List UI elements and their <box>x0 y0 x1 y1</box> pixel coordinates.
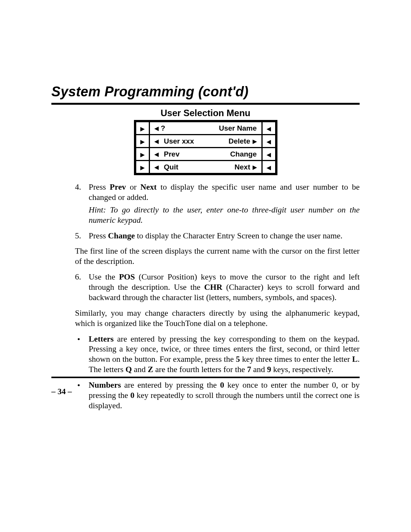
lcd-right-button[interactable]: ◀ <box>262 122 276 135</box>
text: or <box>126 182 140 192</box>
paragraph: Similarly, you may change characters dir… <box>75 308 360 329</box>
lcd-mid-cell: ◀QuitNext▶ <box>149 161 262 174</box>
bullet-numbers: Numbers are entered by pressing the 0 ke… <box>75 380 360 411</box>
bold-z: Z <box>148 365 153 374</box>
bullet-letters: Letters are entered by pressing the key … <box>75 334 360 375</box>
text: Press <box>89 231 108 240</box>
lcd-panel: ▶◀?User Name◀▶◀User xxxDelete▶◀▶◀PrevCha… <box>134 120 277 175</box>
lcd-right-label: User Name <box>219 124 256 133</box>
lcd-left-label: Quit <box>164 163 178 171</box>
bold-change: Change <box>108 231 135 240</box>
lcd-row: ▶◀QuitNext▶◀ <box>135 161 276 174</box>
text: keys, respectively. <box>271 365 333 374</box>
bold-5: 5 <box>236 355 240 364</box>
page-heading: System Programming (cont'd) <box>51 84 360 105</box>
text: Press <box>89 182 110 192</box>
lcd-mid-cell: ◀?User Name <box>149 122 262 135</box>
text: key three times to enter the letter <box>240 355 352 364</box>
right-triangle-icon: ▶ <box>140 165 145 171</box>
hint-text: Hint: To go directly to the user, enter … <box>89 205 360 225</box>
lcd-row: ▶◀User xxxDelete▶◀ <box>135 135 276 148</box>
text: are the fourth letters for the <box>153 365 247 374</box>
bold-prev: Prev <box>110 182 126 192</box>
lcd-left-button[interactable]: ▶ <box>135 161 149 174</box>
lcd-right-label: Delete <box>228 137 250 145</box>
text: to display the Character Entry Screen to… <box>135 231 342 240</box>
lcd-left-label: Prev <box>164 150 180 158</box>
text: are entered by pressing the <box>121 380 220 390</box>
left-triangle-icon: ◀ <box>267 126 271 132</box>
step-number: 5. <box>75 231 81 241</box>
right-triangle-icon: ▶ <box>253 139 257 144</box>
lcd-left-button[interactable]: ▶ <box>135 135 149 148</box>
bold-9: 9 <box>267 365 271 374</box>
user-selection-menu: User Selection Menu ▶◀?User Name◀▶◀User … <box>51 108 360 177</box>
bold-0: 0 <box>130 391 134 400</box>
left-triangle-icon: ◀ <box>155 152 159 157</box>
text: Use the <box>89 272 119 281</box>
bold-numbers: Numbers <box>89 380 121 390</box>
step-number: 4. <box>75 182 81 192</box>
lcd-left-label: User xxx <box>164 137 194 145</box>
lcd-mid-cell: ◀User xxxDelete▶ <box>149 135 262 148</box>
left-triangle-icon: ◀ <box>155 139 159 144</box>
step-number: 6. <box>75 272 81 282</box>
text: and <box>251 365 267 374</box>
left-triangle-icon: ◀ <box>267 165 271 171</box>
bold-chr: CHR <box>204 283 223 292</box>
right-triangle-icon: ▶ <box>140 126 145 132</box>
left-triangle-icon: ◀ <box>267 139 271 145</box>
bold-7: 7 <box>247 365 251 374</box>
lcd-right-button[interactable]: ◀ <box>262 161 276 174</box>
bold-l: L <box>352 355 357 364</box>
lcd-right-label: Change <box>230 150 257 158</box>
page: System Programming (cont'd) User Selecti… <box>0 0 411 532</box>
lcd-right-button[interactable]: ◀ <box>262 135 276 148</box>
lcd-table: ▶◀?User Name◀▶◀User xxxDelete▶◀▶◀PrevCha… <box>135 121 276 174</box>
lcd-row: ▶◀PrevChange◀ <box>135 148 276 161</box>
lcd-right-label: Next <box>234 163 250 171</box>
lcd-left-button[interactable]: ▶ <box>135 122 149 135</box>
step-6: 6. Use the POS (Cursor Position) keys to… <box>75 272 360 303</box>
text: and <box>132 365 148 374</box>
bold-next: Next <box>140 182 157 192</box>
bold-q: Q <box>126 365 132 374</box>
lcd-row: ▶◀?User Name◀ <box>135 122 276 135</box>
left-triangle-icon: ◀ <box>267 152 271 158</box>
paragraph: The first line of the screen displays th… <box>75 246 360 267</box>
bold-pos: POS <box>119 272 135 281</box>
lcd-right-button[interactable]: ◀ <box>262 148 276 161</box>
lcd-left-button[interactable]: ▶ <box>135 148 149 161</box>
menu-title: User Selection Menu <box>51 108 360 118</box>
step-4: 4. Press Prev or Next to display the spe… <box>75 182 360 225</box>
right-triangle-icon: ▶ <box>140 139 145 145</box>
right-triangle-icon: ▶ <box>140 152 145 158</box>
bottom-rule <box>51 377 360 378</box>
step-5: 5. Press Change to display the Character… <box>75 231 360 241</box>
bold-0: 0 <box>220 380 224 390</box>
bold-letters: Letters <box>89 334 114 343</box>
lcd-question: ? <box>161 124 166 133</box>
page-number: – 34 – <box>51 387 72 396</box>
lcd-mid-cell: ◀PrevChange <box>149 148 262 161</box>
left-triangle-icon: ◀ <box>155 165 159 170</box>
left-triangle-icon: ◀ <box>155 126 159 131</box>
right-triangle-icon: ▶ <box>253 165 257 170</box>
